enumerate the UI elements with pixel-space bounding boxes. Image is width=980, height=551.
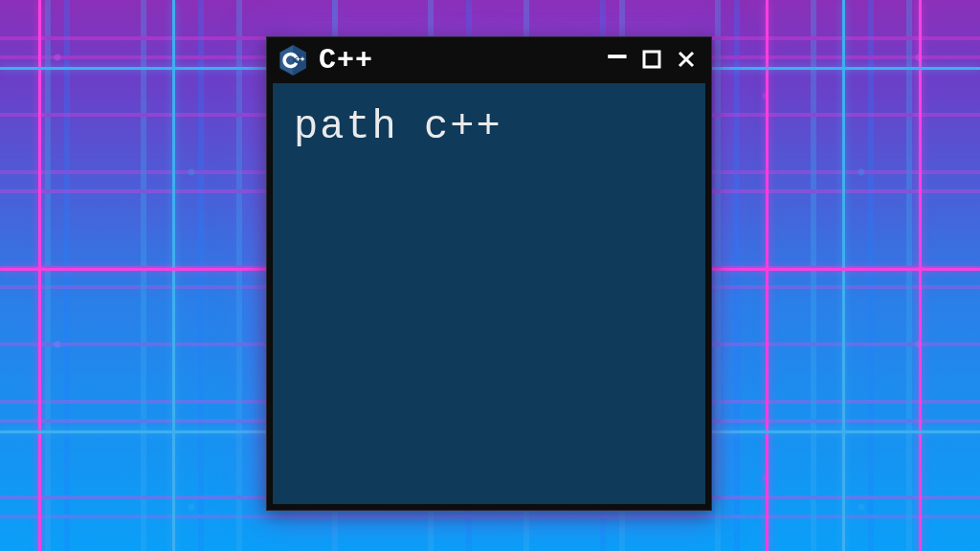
svg-rect-6	[644, 52, 659, 67]
maximize-button[interactable]	[638, 47, 665, 74]
svg-rect-3	[296, 58, 300, 59]
terminal-area[interactable]: path c++	[273, 83, 705, 504]
app-window: C++ — path c++	[266, 36, 712, 511]
titlebar[interactable]: C++ —	[267, 37, 711, 83]
terminal-content: path c++	[294, 104, 684, 150]
close-button[interactable]	[673, 47, 700, 74]
cpp-icon	[278, 44, 307, 77]
svg-rect-5	[301, 58, 304, 59]
window-title: C++	[319, 44, 592, 77]
minimize-button[interactable]: —	[604, 39, 631, 70]
window-controls: —	[604, 45, 700, 76]
svg-marker-1	[293, 45, 306, 76]
